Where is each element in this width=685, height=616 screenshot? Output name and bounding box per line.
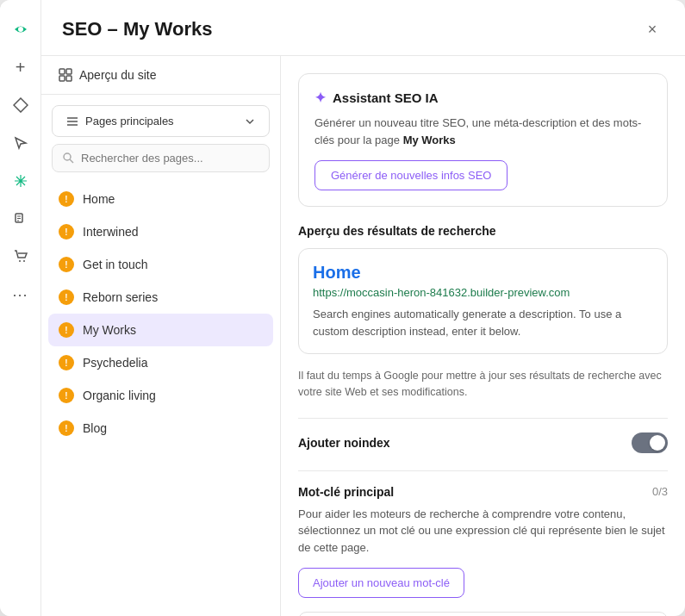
divider xyxy=(298,418,668,419)
keyword-description: Pour aider les moteurs de recherche à co… xyxy=(298,506,668,557)
search-input[interactable] xyxy=(81,152,258,165)
search-icon xyxy=(63,152,74,164)
keyword-count: 0/3 xyxy=(652,485,668,498)
page-status-dot: ! xyxy=(59,191,74,207)
more-icon[interactable]: ··· xyxy=(5,279,36,310)
ai-card-header: ✦ Assistant SEO IA xyxy=(314,90,651,106)
page-status-dot: ! xyxy=(59,289,74,305)
right-panel: ✦ Assistant SEO IA Générer un nouveau ti… xyxy=(281,56,685,616)
left-panel: Aperçu du site Pages principales ! xyxy=(41,56,281,616)
page-label: Interwined xyxy=(83,225,139,239)
page-status-dot: ! xyxy=(59,322,74,338)
svg-rect-8 xyxy=(59,69,65,74)
icon-sidebar: + ··· xyxy=(0,0,41,616)
modal-title: SEO – My Works xyxy=(62,18,212,40)
divider-2 xyxy=(298,470,668,471)
modal: + ··· SEO – My Works × xyxy=(0,0,685,616)
page-item-home[interactable]: ! Home xyxy=(41,183,280,215)
page-label: Blog xyxy=(83,421,107,435)
svg-point-6 xyxy=(19,260,21,262)
ai-assistant-card: ✦ Assistant SEO IA Générer un nouveau ti… xyxy=(298,73,668,207)
cursor-icon[interactable] xyxy=(5,128,36,159)
page-status-dot: ! xyxy=(59,355,74,370)
svg-rect-10 xyxy=(59,76,65,81)
keyword-label: Mot-clé principal xyxy=(298,485,394,499)
ai-card-title: Assistant SEO IA xyxy=(333,90,439,105)
ai-desc-text-before: Générer un nouveau titre SEO, une méta-d… xyxy=(314,116,641,146)
page-item-reborn-series[interactable]: ! Reborn series xyxy=(41,281,280,314)
page-label: My Works xyxy=(83,323,136,337)
ai-card-description: Générer un nouveau titre SEO, une méta-d… xyxy=(314,115,651,148)
search-preview-page-title: Home xyxy=(313,263,653,283)
ai-desc-page-name: My Works xyxy=(403,134,456,146)
page-status-dot: ! xyxy=(59,388,74,403)
page-status-dot: ! xyxy=(59,257,74,272)
svg-line-16 xyxy=(70,159,73,163)
search-preview-title: Aperçu des résultats de recherche xyxy=(298,224,668,238)
svg-marker-1 xyxy=(14,98,28,112)
page-item-blog[interactable]: ! Blog xyxy=(41,412,280,445)
page-status-dot: ! xyxy=(59,420,74,436)
warning-card: ! Le mot-clé principal doit être ajouté … xyxy=(298,612,668,616)
page-item-organic-living[interactable]: ! Organic living xyxy=(41,379,280,412)
modal-body: Aperçu du site Pages principales ! xyxy=(41,56,685,616)
page-item-get-in-touch[interactable]: ! Get in touch xyxy=(41,248,280,281)
pages-dropdown-label: Pages principales xyxy=(85,115,174,128)
search-preview-desc: Search engines automatically generate a … xyxy=(313,306,653,339)
pages-dropdown[interactable]: Pages principales xyxy=(52,105,270,137)
svg-point-7 xyxy=(23,260,25,262)
page-list: ! Home ! Interwined ! Get in touch ! Reb… xyxy=(41,183,280,616)
page-status-dot: ! xyxy=(59,224,74,240)
add-keyword-button[interactable]: Ajouter un nouveau mot-clé xyxy=(298,568,464,598)
page-label: Get in touch xyxy=(83,258,148,271)
sparkle-icon[interactable] xyxy=(5,165,36,196)
noindex-toggle[interactable] xyxy=(632,432,668,453)
page-item-interwined[interactable]: ! Interwined xyxy=(41,215,280,248)
page-label: Organic living xyxy=(83,389,156,402)
list-icon xyxy=(66,115,78,128)
page-item-psychedelia[interactable]: ! Psychedelia xyxy=(41,346,280,379)
noindex-row: Ajouter noindex xyxy=(298,432,668,453)
svg-point-0 xyxy=(18,27,23,32)
svg-rect-9 xyxy=(66,69,72,74)
site-overview-button[interactable]: Aperçu du site xyxy=(41,56,280,95)
cart-icon[interactable] xyxy=(5,241,36,272)
diamond-icon[interactable] xyxy=(5,90,36,121)
search-preview-url: https://moccasin-heron-841632.builder-pr… xyxy=(313,286,653,299)
site-overview-label: Aperçu du site xyxy=(79,68,157,82)
logo-icon[interactable] xyxy=(5,14,36,45)
page-label: Home xyxy=(83,192,115,206)
modal-header: SEO – My Works × xyxy=(41,0,685,56)
grid-icon xyxy=(59,68,72,82)
main-area: SEO – My Works × Aperçu du site Pages pr… xyxy=(41,0,685,616)
svg-point-15 xyxy=(64,153,71,160)
page-label: Reborn series xyxy=(83,290,158,304)
keyword-row: Mot-clé principal 0/3 xyxy=(298,485,668,499)
page-item-my-works[interactable]: ! My Works xyxy=(48,314,273,346)
edit-icon[interactable] xyxy=(5,203,36,234)
close-button[interactable]: × xyxy=(640,17,664,41)
add-icon[interactable]: + xyxy=(5,52,36,83)
search-preview-card: Home https://moccasin-heron-841632.build… xyxy=(298,248,668,354)
search-box xyxy=(52,144,270,172)
svg-rect-11 xyxy=(66,76,72,81)
chevron-down-icon xyxy=(245,116,255,127)
pages-dropdown-left: Pages principales xyxy=(66,115,174,128)
google-info-text: Il faut du temps à Google pour mettre à … xyxy=(298,368,668,401)
noindex-label: Ajouter noindex xyxy=(298,436,390,450)
generate-seo-button[interactable]: Générer de nouvelles infos SEO xyxy=(314,160,508,190)
page-label: Psychedelia xyxy=(83,356,148,370)
ai-star-icon: ✦ xyxy=(314,90,326,106)
